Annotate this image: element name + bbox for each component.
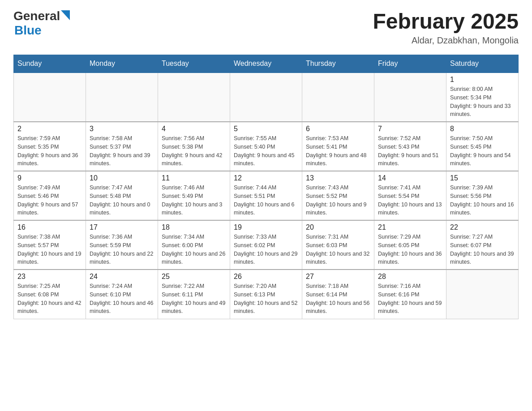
day-info: Sunrise: 7:18 AMSunset: 6:14 PMDaylight:… — [306, 282, 370, 316]
calendar-cell: 5Sunrise: 7:55 AMSunset: 5:40 PMDaylight… — [230, 122, 302, 171]
calendar-week-row: 9Sunrise: 7:49 AMSunset: 5:46 PMDaylight… — [14, 171, 519, 220]
day-info: Sunrise: 7:59 AMSunset: 5:35 PMDaylight:… — [17, 134, 82, 168]
day-info: Sunrise: 7:43 AMSunset: 5:52 PMDaylight:… — [306, 184, 370, 217]
col-tuesday: Tuesday — [158, 55, 230, 73]
day-number: 13 — [306, 174, 370, 182]
calendar-cell: 18Sunrise: 7:34 AMSunset: 6:00 PMDayligh… — [158, 220, 230, 270]
col-thursday: Thursday — [302, 55, 374, 73]
calendar-cell: 23Sunrise: 7:25 AMSunset: 6:08 PMDayligh… — [14, 270, 86, 319]
calendar-cell — [230, 73, 302, 122]
day-info: Sunrise: 7:38 AMSunset: 5:57 PMDaylight:… — [17, 233, 82, 266]
day-info: Sunrise: 7:53 AMSunset: 5:41 PMDaylight:… — [306, 134, 370, 168]
calendar-cell — [158, 73, 230, 122]
day-info: Sunrise: 7:58 AMSunset: 5:37 PMDaylight:… — [90, 134, 154, 168]
day-info: Sunrise: 7:46 AMSunset: 5:49 PMDaylight:… — [162, 184, 226, 217]
calendar-cell: 22Sunrise: 7:27 AMSunset: 6:07 PMDayligh… — [446, 220, 519, 270]
day-number: 4 — [162, 125, 226, 133]
day-number: 25 — [162, 273, 226, 281]
day-number: 24 — [90, 273, 154, 281]
calendar-cell: 21Sunrise: 7:29 AMSunset: 6:05 PMDayligh… — [374, 220, 446, 270]
day-number: 23 — [17, 273, 82, 281]
calendar-cell: 6Sunrise: 7:53 AMSunset: 5:41 PMDaylight… — [302, 122, 374, 171]
calendar-cell: 25Sunrise: 7:22 AMSunset: 6:11 PMDayligh… — [158, 270, 230, 319]
calendar-cell — [14, 73, 86, 122]
day-number: 2 — [17, 125, 82, 133]
day-info: Sunrise: 7:56 AMSunset: 5:38 PMDaylight:… — [162, 134, 226, 168]
day-info: Sunrise: 7:33 AMSunset: 6:02 PMDaylight:… — [234, 233, 298, 266]
day-info: Sunrise: 7:24 AMSunset: 6:10 PMDaylight:… — [90, 282, 154, 316]
day-info: Sunrise: 7:22 AMSunset: 6:11 PMDaylight:… — [162, 282, 226, 316]
calendar-cell: 2Sunrise: 7:59 AMSunset: 5:35 PMDaylight… — [14, 122, 86, 171]
day-number: 17 — [90, 223, 154, 231]
day-number: 5 — [234, 125, 298, 133]
calendar-cell: 4Sunrise: 7:56 AMSunset: 5:38 PMDaylight… — [158, 122, 230, 171]
calendar-cell: 7Sunrise: 7:52 AMSunset: 5:43 PMDaylight… — [374, 122, 446, 171]
day-info: Sunrise: 7:52 AMSunset: 5:43 PMDaylight:… — [378, 134, 442, 168]
day-number: 18 — [162, 223, 226, 231]
day-info: Sunrise: 7:49 AMSunset: 5:46 PMDaylight:… — [17, 184, 82, 217]
logo-blue-text: Blue — [13, 23, 42, 37]
calendar-cell: 8Sunrise: 7:50 AMSunset: 5:45 PMDaylight… — [446, 122, 519, 171]
day-number: 16 — [17, 223, 82, 231]
calendar-week-row: 23Sunrise: 7:25 AMSunset: 6:08 PMDayligh… — [14, 270, 519, 319]
day-number: 15 — [450, 174, 515, 182]
day-info: Sunrise: 7:31 AMSunset: 6:03 PMDaylight:… — [306, 233, 370, 266]
day-number: 26 — [234, 273, 298, 281]
calendar-cell: 27Sunrise: 7:18 AMSunset: 6:14 PMDayligh… — [302, 270, 374, 319]
calendar-cell: 1Sunrise: 8:00 AMSunset: 5:34 PMDaylight… — [446, 73, 519, 122]
day-info: Sunrise: 8:00 AMSunset: 5:34 PMDaylight:… — [450, 85, 515, 119]
calendar-cell: 13Sunrise: 7:43 AMSunset: 5:52 PMDayligh… — [302, 171, 374, 220]
col-monday: Monday — [86, 55, 158, 73]
calendar-cell: 14Sunrise: 7:41 AMSunset: 5:54 PMDayligh… — [374, 171, 446, 220]
day-number: 19 — [234, 223, 298, 231]
day-number: 27 — [306, 273, 370, 281]
day-info: Sunrise: 7:20 AMSunset: 6:13 PMDaylight:… — [234, 282, 298, 316]
day-info: Sunrise: 7:44 AMSunset: 5:51 PMDaylight:… — [234, 184, 298, 217]
title-area: February 2025 Aldar, Dzabkhan, Mongolia — [373, 9, 519, 46]
calendar-cell — [86, 73, 158, 122]
calendar-cell: 11Sunrise: 7:46 AMSunset: 5:49 PMDayligh… — [158, 171, 230, 220]
day-info: Sunrise: 7:47 AMSunset: 5:48 PMDaylight:… — [90, 184, 154, 217]
day-info: Sunrise: 7:36 AMSunset: 5:59 PMDaylight:… — [90, 233, 154, 266]
calendar-cell: 12Sunrise: 7:44 AMSunset: 5:51 PMDayligh… — [230, 171, 302, 220]
calendar-cell: 15Sunrise: 7:39 AMSunset: 5:56 PMDayligh… — [446, 171, 519, 220]
day-number: 9 — [17, 174, 82, 182]
day-number: 3 — [90, 125, 154, 133]
calendar-cell: 24Sunrise: 7:24 AMSunset: 6:10 PMDayligh… — [86, 270, 158, 319]
calendar-week-row: 16Sunrise: 7:38 AMSunset: 5:57 PMDayligh… — [14, 220, 519, 270]
day-info: Sunrise: 7:39 AMSunset: 5:56 PMDaylight:… — [450, 184, 515, 217]
day-info: Sunrise: 7:16 AMSunset: 6:16 PMDaylight:… — [378, 282, 442, 316]
calendar-cell — [446, 270, 519, 319]
calendar-week-row: 1Sunrise: 8:00 AMSunset: 5:34 PMDaylight… — [14, 73, 519, 122]
day-number: 12 — [234, 174, 298, 182]
day-number: 10 — [90, 174, 154, 182]
calendar-cell: 9Sunrise: 7:49 AMSunset: 5:46 PMDaylight… — [14, 171, 86, 220]
calendar-cell — [374, 73, 446, 122]
col-sunday: Sunday — [14, 55, 86, 73]
day-info: Sunrise: 7:29 AMSunset: 6:05 PMDaylight:… — [378, 233, 442, 266]
day-info: Sunrise: 7:27 AMSunset: 6:07 PMDaylight:… — [450, 233, 515, 266]
day-number: 14 — [378, 174, 442, 182]
day-info: Sunrise: 7:55 AMSunset: 5:40 PMDaylight:… — [234, 134, 298, 168]
day-number: 8 — [450, 125, 515, 133]
day-info: Sunrise: 7:41 AMSunset: 5:54 PMDaylight:… — [378, 184, 442, 217]
day-number: 7 — [378, 125, 442, 133]
day-number: 1 — [450, 76, 515, 84]
col-wednesday: Wednesday — [230, 55, 302, 73]
page-header: General Blue February 2025 Aldar, Dzabkh… — [13, 9, 519, 46]
calendar-cell: 3Sunrise: 7:58 AMSunset: 5:37 PMDaylight… — [86, 122, 158, 171]
calendar-cell: 10Sunrise: 7:47 AMSunset: 5:48 PMDayligh… — [86, 171, 158, 220]
day-number: 28 — [378, 273, 442, 281]
col-saturday: Saturday — [446, 55, 519, 73]
calendar-cell: 20Sunrise: 7:31 AMSunset: 6:03 PMDayligh… — [302, 220, 374, 270]
calendar-cell: 17Sunrise: 7:36 AMSunset: 5:59 PMDayligh… — [86, 220, 158, 270]
calendar-header-row: Sunday Monday Tuesday Wednesday Thursday… — [14, 55, 519, 73]
calendar-cell: 19Sunrise: 7:33 AMSunset: 6:02 PMDayligh… — [230, 220, 302, 270]
calendar-week-row: 2Sunrise: 7:59 AMSunset: 5:35 PMDaylight… — [14, 122, 519, 171]
calendar-table: Sunday Monday Tuesday Wednesday Thursday… — [13, 55, 519, 319]
day-info: Sunrise: 7:34 AMSunset: 6:00 PMDaylight:… — [162, 233, 226, 266]
logo-general-text: General — [13, 9, 60, 23]
col-friday: Friday — [374, 55, 446, 73]
day-number: 6 — [306, 125, 370, 133]
day-info: Sunrise: 7:50 AMSunset: 5:45 PMDaylight:… — [450, 134, 515, 168]
